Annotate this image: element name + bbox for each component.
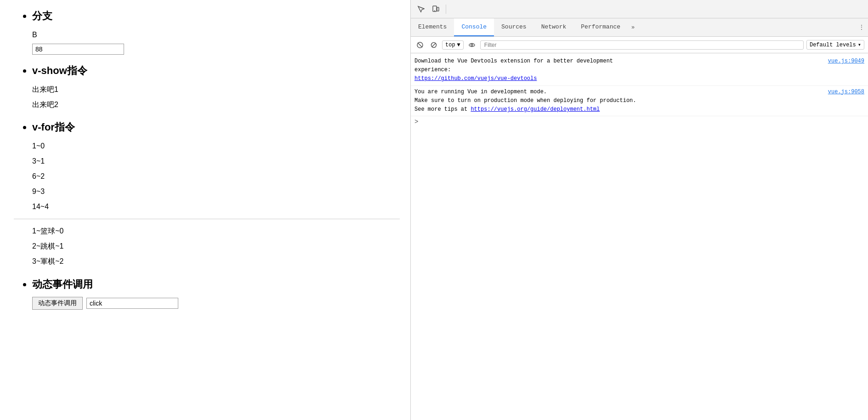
- console-message-2: You are running Vue in development mode.…: [411, 86, 868, 117]
- inspect-icon[interactable]: [414, 3, 427, 16]
- vshow-item-1: 出来吧1: [32, 83, 397, 96]
- vfor-divider: [14, 219, 400, 219]
- vfor-item-1: 3~1: [32, 155, 397, 168]
- dynamic-event-title: 动态事件调用: [32, 278, 397, 291]
- console-messages: Download the Vue Devtools extension for …: [411, 53, 868, 420]
- vshow-section: v-show指令 出来吧1 出来吧2: [14, 64, 397, 112]
- vfor-item-0: 1~0: [32, 140, 397, 153]
- dynamic-event-input[interactable]: [86, 298, 178, 309]
- branch-title: 分支: [32, 9, 397, 23]
- branch-input[interactable]: [32, 44, 124, 55]
- vfor-item-2: 6~2: [32, 170, 397, 183]
- console-prompt-line: >: [411, 116, 868, 127]
- dynamic-event-button[interactable]: 动态事件调用: [32, 297, 83, 310]
- dynamic-event-row: 动态事件调用: [32, 297, 397, 310]
- console-message-1: Download the Vue Devtools extension for …: [411, 55, 868, 86]
- eye-icon-button[interactable]: [466, 40, 477, 51]
- vfor-obj-0: 1~篮球~0: [32, 225, 397, 238]
- context-label: top: [445, 42, 455, 48]
- console-message-2-row: You are running Vue in development mode.…: [414, 88, 864, 114]
- console-message-1-text: Download the Vue Devtools extension for …: [414, 57, 613, 84]
- tab-sources[interactable]: Sources: [494, 18, 534, 36]
- vfor-obj-2: 3~軍棋~2: [32, 255, 397, 268]
- device-icon[interactable]: [429, 3, 442, 16]
- console-message-2-link[interactable]: https://vuejs.org/guide/deployment.html: [471, 106, 600, 113]
- level-arrow: ▾: [858, 41, 861, 48]
- main-content: 分支 B v-show指令 出来吧1 出来吧2 v-for指令 1~0 3~1 …: [0, 0, 410, 420]
- vfor-item-3: 9~3: [32, 185, 397, 199]
- svg-point-8: [471, 44, 473, 46]
- svg-rect-1: [437, 7, 439, 11]
- tab-performance[interactable]: Performance: [573, 18, 628, 36]
- clear-console-button[interactable]: [414, 40, 425, 51]
- dynamic-event-section: 动态事件调用 动态事件调用: [14, 278, 397, 310]
- svg-line-6: [432, 43, 436, 47]
- console-message-1-row: Download the Vue Devtools extension for …: [414, 57, 864, 84]
- svg-line-4: [418, 43, 422, 47]
- level-selector[interactable]: Default levels ▾: [806, 40, 864, 50]
- vfor-content: 1~0 3~1 6~2 9~3 14~4 1~篮球~0 2~跳棋~1 3~軍棋~…: [32, 140, 397, 268]
- vfor-obj-1: 2~跳棋~1: [32, 240, 397, 253]
- block-console-button[interactable]: [428, 40, 439, 51]
- prompt-arrow: >: [414, 118, 418, 125]
- console-toolbar: top ▼ Default levels ▾: [411, 37, 868, 53]
- devtools-top-toolbar: [411, 0, 868, 18]
- filter-input[interactable]: [480, 40, 804, 50]
- level-label: Default levels: [810, 42, 856, 48]
- console-message-2-source[interactable]: vue.js:9058: [828, 88, 864, 96]
- vshow-content: 出来吧1 出来吧2: [32, 83, 397, 112]
- vshow-item-2: 出来吧2: [32, 98, 397, 112]
- toolbar-sep-1: [446, 5, 446, 14]
- tab-network[interactable]: Network: [534, 18, 574, 36]
- tab-dots[interactable]: ⋮: [855, 18, 868, 36]
- devtools-tabs: Elements Console Sources Network Perform…: [411, 18, 868, 37]
- tab-more[interactable]: »: [628, 18, 638, 36]
- tab-elements[interactable]: Elements: [411, 18, 454, 36]
- vshow-title: v-show指令: [32, 64, 397, 78]
- console-message-1-source[interactable]: vue.js:9049: [828, 57, 864, 66]
- vfor-item-4: 14~4: [32, 200, 397, 214]
- tab-console[interactable]: Console: [454, 18, 494, 36]
- branch-label: B: [32, 28, 397, 42]
- context-arrow: ▼: [457, 42, 460, 48]
- console-message-2-text: You are running Vue in development mode.…: [414, 88, 636, 114]
- vfor-title: v-for指令: [32, 120, 397, 134]
- context-selector[interactable]: top ▼: [442, 40, 464, 50]
- console-message-1-link[interactable]: https://github.com/vuejs/vue-devtools: [414, 75, 537, 82]
- branch-section: 分支 B: [14, 9, 397, 55]
- vfor-section: v-for指令 1~0 3~1 6~2 9~3 14~4 1~篮球~0 2~跳棋…: [14, 120, 397, 268]
- devtools-panel: Elements Console Sources Network Perform…: [410, 0, 868, 420]
